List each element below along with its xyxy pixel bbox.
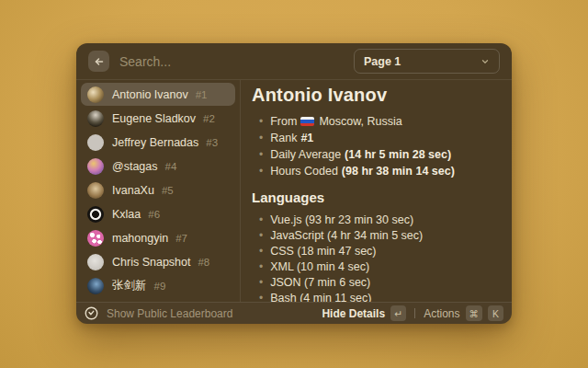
stat-value: #1 [300, 132, 313, 144]
stat-value: Moscow, Russia [319, 115, 401, 128]
hide-details-button[interactable]: Hide Details ↵ [322, 305, 406, 321]
list-item[interactable]: @stagas #4 [81, 155, 235, 178]
avatar [87, 86, 104, 103]
user-rank: #1 [196, 89, 208, 100]
top-bar: Page 1 [76, 43, 512, 80]
avatar [87, 206, 104, 223]
k-key-badge: K [488, 305, 503, 321]
user-name: Kxlaa [112, 208, 141, 221]
user-rank: #2 [203, 113, 215, 124]
user-rank: #7 [175, 233, 187, 244]
bullet-icon: • [259, 245, 263, 258]
language-text: JSON (7 min 6 sec) [270, 276, 370, 289]
user-name: 张剑新 [112, 278, 147, 293]
stat-label: From [270, 115, 297, 128]
bullet-icon: • [259, 276, 263, 289]
user-name: Chris Snapshot [112, 256, 190, 269]
avatar [87, 182, 104, 199]
chevron-down-icon [481, 57, 490, 66]
list-item[interactable]: Jeffrey Bernadas #3 [81, 131, 235, 154]
list-item[interactable]: Eugene Sladkov #2 [81, 107, 235, 130]
language-item: • JavaScript (4 hr 34 min 5 sec) [252, 229, 497, 241]
language-text: Bash (4 min 11 sec) [270, 292, 371, 303]
bullet-icon: • [259, 260, 263, 273]
footer-divider [414, 308, 415, 318]
arrow-left-icon [94, 56, 105, 67]
leaderboard-list: Antonio Ivanov #1 Eugene Sladkov #2 Jeff… [76, 80, 241, 302]
stat-rank: • Rank #1 [252, 132, 497, 144]
user-name: mahongyin [112, 232, 168, 245]
stat-label: Daily Average [270, 148, 341, 161]
wakatime-logo-icon [85, 306, 98, 320]
avatar [87, 254, 104, 270]
avatar [87, 278, 104, 294]
language-item: • Vue.js (93 hr 23 min 30 sec) [252, 213, 497, 225]
russia-flag-icon [300, 117, 314, 126]
user-rank: #9 [154, 281, 166, 292]
list-item[interactable]: IvanaXu #5 [81, 178, 235, 201]
list-item[interactable]: 张剑新 #9 [81, 274, 235, 297]
list-item[interactable]: Kxlaa #6 [81, 202, 235, 225]
search-input[interactable] [119, 54, 354, 69]
page-dropdown-value: Page 1 [364, 55, 481, 68]
user-name: Antonio Ivanov [112, 88, 188, 101]
bullet-icon: • [259, 115, 263, 128]
language-item: • Bash (4 min 11 sec) [252, 292, 497, 302]
enter-key-badge: ↵ [390, 305, 406, 321]
page-dropdown[interactable]: Page 1 [354, 49, 500, 74]
language-text: XML (10 min 4 sec) [270, 260, 369, 273]
avatar [87, 110, 104, 127]
action-bar: Show Public Leaderboard Hide Details ↵ A… [76, 302, 512, 324]
user-rank: #5 [162, 185, 174, 196]
list-item[interactable]: Chris Snapshot #8 [81, 250, 235, 273]
detail-pane: Antonio Ivanov • From Moscow, Russia • R… [241, 80, 512, 302]
language-text: Vue.js (93 hr 23 min 30 sec) [270, 213, 413, 226]
language-item: • XML (10 min 4 sec) [252, 260, 497, 272]
bullet-icon: • [259, 213, 263, 226]
back-button[interactable] [88, 51, 109, 72]
cmd-key-badge: ⌘ [466, 305, 483, 321]
user-name: IvanaXu [112, 184, 154, 197]
bullet-icon: • [259, 292, 263, 303]
list-item[interactable]: mahongyin #7 [81, 226, 235, 249]
user-rank: #4 [165, 161, 177, 172]
language-text: CSS (18 min 47 sec) [270, 245, 376, 258]
avatar [87, 230, 104, 247]
detail-title: Antonio Ivanov [252, 85, 497, 106]
language-text: JavaScript (4 hr 34 min 5 sec) [270, 229, 423, 242]
user-name: Jeffrey Bernadas [112, 136, 198, 149]
list-item[interactable]: Antonio Ivanov #1 [81, 83, 235, 106]
language-item: • JSON (7 min 6 sec) [252, 276, 497, 288]
actions-label: Actions [424, 307, 459, 320]
bullet-icon: • [259, 148, 263, 161]
user-rank: #3 [206, 137, 218, 148]
language-item: • CSS (18 min 47 sec) [252, 245, 497, 257]
avatar [87, 134, 104, 151]
languages-heading: Languages [252, 190, 497, 205]
stat-label: Hours Coded [270, 165, 338, 178]
bullet-icon: • [259, 165, 263, 178]
user-name: @stagas [112, 160, 158, 173]
bullet-icon: • [259, 229, 263, 242]
stat-daily-average: • Daily Average (14 hr 5 min 28 sec) [252, 148, 497, 160]
leaderboard-window: Page 1 Antonio Ivanov #1 Eugene Sladkov … [76, 43, 512, 324]
stat-from: • From Moscow, Russia [252, 115, 497, 127]
bullet-icon: • [259, 132, 263, 144]
footer-status-label: Show Public Leaderboard [107, 307, 322, 320]
stat-label: Rank [270, 132, 297, 144]
user-rank: #8 [198, 257, 209, 268]
hide-details-label: Hide Details [322, 307, 385, 320]
user-rank: #6 [148, 209, 160, 220]
stat-hours-coded: • Hours Coded (98 hr 38 min 14 sec) [252, 165, 497, 177]
main-content: Antonio Ivanov #1 Eugene Sladkov #2 Jeff… [76, 80, 512, 302]
avatar [87, 158, 104, 175]
actions-menu-button[interactable]: Actions ⌘ K [424, 305, 503, 321]
stat-value: (98 hr 38 min 14 sec) [342, 165, 455, 178]
stat-value: (14 hr 5 min 28 sec) [345, 148, 451, 161]
user-name: Eugene Sladkov [112, 112, 196, 125]
